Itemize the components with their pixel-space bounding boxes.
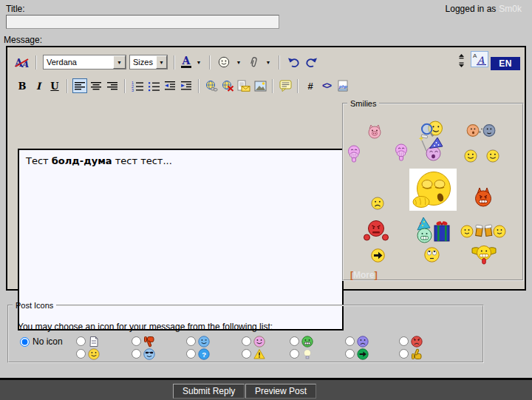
html-button[interactable]: <> [319,78,334,93]
smiley-party-gift[interactable] [415,216,451,244]
post-icon-grin-green-radio[interactable] [290,336,299,346]
post-icon-grin-green-option[interactable] [290,335,313,348]
smiley-giggle-2[interactable] [395,143,408,162]
chevron-down-icon[interactable]: ▼ [156,55,167,69]
ordered-list-button[interactable]: 123 [130,78,145,93]
post-icon-arrow-green-radio[interactable] [345,349,355,359]
smiley-giggle-1[interactable] [347,145,361,163]
post-icon-wink-radio[interactable] [186,336,196,346]
smiley-piggy[interactable] [367,124,382,139]
no-icon-radio[interactable] [20,337,30,347]
align-right-button[interactable] [105,78,120,93]
smiley-lil-devil[interactable] [473,186,494,207]
resize-editor-icon[interactable] [454,52,468,70]
post-icon-thumbs-down-option[interactable] [132,335,155,348]
smiley-smile-2[interactable] [486,149,499,163]
logged-in-status: Logged in asSm0k [446,4,522,14]
post-icon-frown-purple-radio[interactable] [345,336,355,346]
post-icon-frown-purple-option[interactable] [345,335,369,348]
title-input[interactable] [6,15,279,29]
size-select[interactable]: Sizes ▼ [129,55,168,70]
editor-mode-icon[interactable]: AA [471,52,488,67]
post-icon-mad-red-icon [411,336,423,348]
post-icon-smile-option[interactable] [76,348,100,360]
post-icon-wink-option[interactable] [186,335,210,348]
post-icon-thumbs-up-option[interactable] [399,348,423,360]
post-icon-column [345,335,369,360]
code-button[interactable]: # [303,78,318,93]
align-center-button[interactable] [89,78,103,93]
insert-link-button[interactable] [204,78,219,93]
italic-button[interactable]: I [31,78,46,93]
quote-button[interactable] [278,78,293,93]
smiley-bat-tongue[interactable] [471,244,497,265]
title-label: Title: [6,4,25,14]
unordered-list-button[interactable] [146,78,161,93]
smiley-chat-pair[interactable] [466,123,496,138]
post-icon-lightbulb-radio[interactable] [290,349,299,359]
more-smilies-link[interactable]: [More] [350,270,378,280]
post-icon-mad-red-option[interactable] [399,335,423,348]
smiley-big-dazed[interactable] [409,169,457,211]
chevron-down-icon[interactable]: ▼ [113,55,126,69]
indent-button[interactable] [179,78,194,93]
post-icon-question-radio[interactable] [186,349,196,359]
preview-post-button[interactable]: Preview Post [245,384,316,399]
undo-icon[interactable] [286,55,301,70]
smiley-angry-fists[interactable] [364,219,389,241]
smiley-rolleyes[interactable] [424,247,440,262]
message-text: Тест [26,155,52,166]
post-icon-cool-option[interactable] [132,348,155,360]
toolbar-separator [297,79,299,93]
attachment-icon[interactable] [246,55,261,70]
post-icon-smile-radio[interactable] [76,349,86,359]
post-icon-question-option[interactable]: ? [186,348,210,360]
post-icon-happy-pink-option[interactable] [242,335,265,348]
underline-button[interactable]: U [47,78,62,93]
font-select[interactable]: Verdana ▼ [43,55,126,70]
bold-button[interactable]: B [15,78,30,93]
post-icon-exclamation-radio[interactable] [242,349,251,359]
insert-image-button[interactable] [253,78,267,93]
align-left-button[interactable] [72,78,87,93]
smiley-wizard[interactable] [419,136,443,162]
svg-text:php: php [338,84,347,89]
post-icon-exclamation-option[interactable] [242,348,265,360]
username-link[interactable]: Sm0k [499,4,522,14]
remove-link-button[interactable] [220,78,235,93]
post-icon-cool-radio[interactable] [132,349,141,359]
smiley-cheers-beers[interactable] [460,222,506,240]
submit-reply-button[interactable]: Submit Reply [173,384,245,399]
post-icon-document-option[interactable] [76,335,100,348]
insert-email-button[interactable] [236,78,251,93]
smiley-smile-1[interactable] [464,149,477,163]
outdent-button[interactable] [163,78,177,93]
post-icon-wink-icon [198,336,210,348]
post-icon-mad-red-radio[interactable] [399,336,409,346]
post-icon-thumbs-down-icon [143,336,155,348]
post-icon-document-radio[interactable] [76,336,86,346]
remove-format-icon[interactable]: AA [15,55,30,70]
font-color-icon[interactable]: A [181,56,191,68]
smiley-arrow-smiley[interactable] [371,248,385,262]
font-color-dropdown-icon[interactable]: ▼ [194,55,203,69]
post-icon-happy-pink-radio[interactable] [242,336,251,346]
php-button[interactable]: php [335,78,350,93]
smiley-frown[interactable] [371,197,384,210]
message-label: Message: [4,35,42,45]
post-icon-thumbs-down-radio[interactable] [132,336,141,346]
post-icon-frown-purple-icon [357,336,369,348]
smilies-dropdown-icon[interactable]: ▼ [234,55,243,69]
post-icon-arrow-green-option[interactable] [345,348,369,360]
attachment-dropdown-icon[interactable]: ▼ [264,55,273,69]
post-icon-column [76,335,100,360]
toolbar-separator [209,55,211,70]
redo-icon[interactable] [304,55,318,70]
post-icon-column [132,335,155,360]
post-icon-thumbs-up-radio[interactable] [399,349,409,359]
no-icon-option[interactable]: No icon [20,336,63,347]
post-icon-lightbulb-option[interactable] [290,348,313,360]
post-icons-panel: Post Icons You may choose an icon for yo… [7,301,484,363]
lang-indicator[interactable]: EN [491,57,520,70]
smilies-menu-icon[interactable] [216,55,231,70]
